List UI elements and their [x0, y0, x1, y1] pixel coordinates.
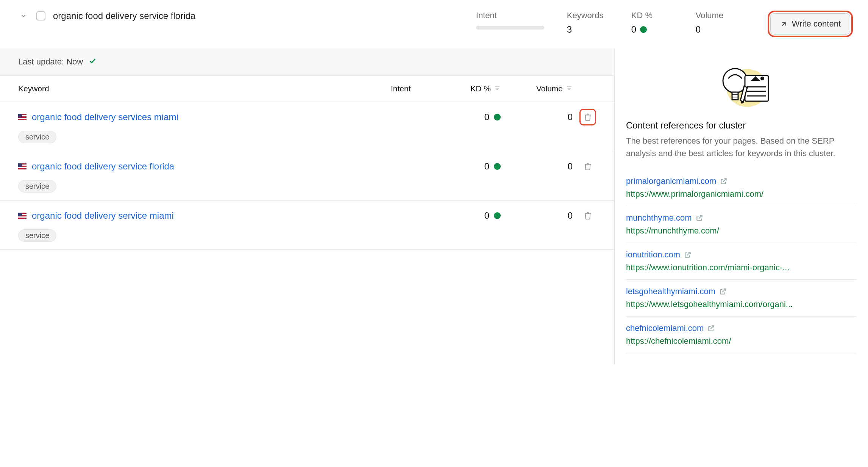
cluster-title: organic food delivery service florida: [53, 11, 195, 21]
table-row: organic food delivery services miami 0 0…: [0, 102, 614, 151]
volume-label: Volume: [696, 11, 737, 20]
kd-indicator-icon: [494, 114, 501, 121]
reference-item: munchthyme.com https://munchthyme.com/: [626, 206, 857, 243]
last-update-text: Last update: Now: [18, 57, 83, 67]
external-link-icon: [719, 288, 727, 295]
metric-kd: KD % 0: [631, 11, 673, 35]
row-volume: 0: [501, 161, 573, 172]
metric-intent: Intent: [476, 11, 544, 30]
delete-button[interactable]: [579, 207, 596, 224]
references-panel: Content references for cluster The best …: [614, 48, 868, 365]
keyword-link[interactable]: organic food delivery service miami: [32, 210, 174, 221]
table-row: organic food delivery service miami 0 0 …: [0, 201, 614, 250]
header-keyword[interactable]: Keyword: [18, 84, 391, 93]
reference-url: https://www.primalorganicmiami.com/: [626, 189, 857, 199]
write-content-label: Write content: [792, 19, 841, 29]
reference-url: https://munchthyme.com/: [626, 226, 857, 236]
reference-url: https://www.ionutrition.com/miami-organi…: [626, 263, 857, 273]
keyword-tag: service: [18, 229, 56, 242]
row-volume: 0: [501, 112, 573, 122]
table-row: organic food delivery service florida 0 …: [0, 151, 614, 201]
select-cluster-checkbox[interactable]: [36, 11, 45, 20]
references-desc: The best references for your pages. Base…: [626, 135, 857, 160]
svg-point-13: [760, 77, 764, 80]
us-flag-icon: [18, 114, 27, 120]
trash-icon: [584, 113, 592, 121]
kd-indicator-icon: [494, 163, 501, 170]
keyword-tag: service: [18, 131, 56, 143]
kd-indicator-icon: [640, 26, 647, 33]
external-link-icon: [707, 324, 715, 332]
row-volume: 0: [501, 210, 573, 221]
external-link-icon: [720, 177, 727, 185]
us-flag-icon: [18, 163, 27, 169]
row-kd: 0: [440, 112, 501, 122]
reference-url: https://chefnicolemiami.com/: [626, 336, 857, 346]
share-arrow-icon: [780, 20, 788, 28]
keyword-link[interactable]: organic food delivery service florida: [32, 161, 174, 172]
reference-domain-link[interactable]: chefnicolemiami.com: [626, 323, 704, 333]
kd-indicator-icon: [494, 212, 501, 219]
kd-value: 0: [631, 24, 636, 35]
delete-button[interactable]: [579, 158, 596, 175]
header-intent[interactable]: Intent: [391, 84, 440, 93]
volume-value: 0: [696, 24, 737, 35]
delete-button[interactable]: [579, 109, 596, 125]
reference-url: https://www.letsgohealthymiami.com/organ…: [626, 299, 857, 309]
keywords-value: 3: [567, 24, 609, 35]
last-update-bar: Last update: Now: [0, 48, 614, 76]
write-content-highlight: Write content: [768, 11, 853, 37]
lightbulb-illustration-icon: [626, 56, 857, 120]
row-kd: 0: [440, 161, 501, 172]
sort-icon: [566, 84, 573, 93]
expand-chevron-icon[interactable]: [18, 11, 29, 21]
reference-domain-link[interactable]: ionutrition.com: [626, 250, 680, 260]
intent-bar: [476, 26, 544, 30]
header-volume[interactable]: Volume: [501, 84, 573, 93]
keyword-link[interactable]: organic food delivery services miami: [32, 112, 178, 122]
trash-icon: [584, 162, 592, 171]
row-kd: 0: [440, 210, 501, 221]
reference-item: ionutrition.com https://www.ionutrition.…: [626, 243, 857, 280]
intent-label: Intent: [476, 11, 544, 20]
metric-keywords: Keywords 3: [567, 11, 609, 35]
reference-domain-link[interactable]: primalorganicmiami.com: [626, 176, 716, 186]
sort-icon: [494, 84, 501, 93]
keyword-tag: service: [18, 180, 56, 193]
keywords-label: Keywords: [567, 11, 609, 20]
write-content-button[interactable]: Write content: [770, 13, 850, 34]
reference-item: primalorganicmiami.com https://www.prima…: [626, 169, 857, 206]
reference-item: chefnicolemiami.com https://chefnicolemi…: [626, 317, 857, 353]
cluster-header: organic food delivery service florida In…: [0, 0, 868, 48]
svg-rect-8: [732, 92, 738, 100]
reference-domain-link[interactable]: munchthyme.com: [626, 213, 692, 223]
check-icon: [88, 56, 97, 67]
external-link-icon: [696, 214, 703, 222]
trash-icon: [584, 212, 592, 220]
reference-item: letsgohealthymiami.com https://www.letsg…: [626, 280, 857, 317]
reference-domain-link[interactable]: letsgohealthymiami.com: [626, 287, 715, 296]
external-link-icon: [684, 251, 692, 259]
kd-label: KD %: [631, 11, 673, 20]
metric-volume: Volume 0: [696, 11, 737, 35]
header-kd[interactable]: KD %: [440, 84, 501, 93]
references-title: Content references for cluster: [626, 120, 857, 131]
table-header: Keyword Intent KD % Volume: [0, 76, 614, 102]
us-flag-icon: [18, 213, 27, 219]
